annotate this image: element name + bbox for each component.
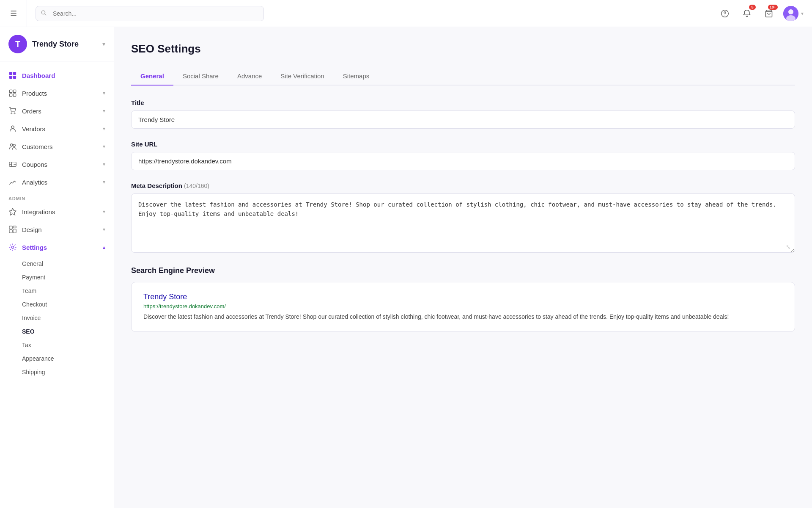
search-bar bbox=[36, 6, 264, 21]
subnav-payment[interactable]: Payment bbox=[22, 271, 114, 284]
coupons-chevron-icon: ▾ bbox=[103, 161, 105, 167]
svg-point-18 bbox=[11, 144, 13, 146]
cart-badge: 10+ bbox=[768, 5, 778, 10]
search-input[interactable] bbox=[36, 6, 264, 21]
subnav-tax[interactable]: Tax bbox=[22, 338, 114, 352]
topbar-actions: 5 10+ ▾ bbox=[717, 6, 804, 21]
analytics-icon bbox=[8, 178, 17, 186]
svg-rect-11 bbox=[9, 90, 12, 92]
vendors-chevron-icon: ▾ bbox=[103, 126, 105, 132]
meta-description-wrap: Discover the latest fashion and accessor… bbox=[131, 193, 795, 254]
analytics-chevron-icon: ▾ bbox=[103, 179, 105, 185]
sidebar-item-label: Coupons bbox=[22, 161, 47, 168]
sidebar-item-label: Analytics bbox=[22, 179, 47, 186]
sidebar-item-label: Design bbox=[22, 226, 42, 233]
svg-point-26 bbox=[11, 246, 14, 248]
svg-point-5 bbox=[788, 9, 793, 14]
site-url-label: Site URL bbox=[131, 141, 795, 148]
subnav-team[interactable]: Team bbox=[22, 284, 114, 298]
subnav-general[interactable]: General bbox=[22, 257, 114, 271]
title-label: Title bbox=[131, 99, 795, 106]
svg-point-2 bbox=[724, 15, 725, 15]
svg-rect-25 bbox=[9, 230, 12, 233]
help-button[interactable] bbox=[717, 6, 732, 21]
svg-point-15 bbox=[11, 113, 12, 114]
sidebar-item-products[interactable]: Products ▾ bbox=[0, 84, 114, 102]
sidebar-item-label: Integrations bbox=[22, 208, 55, 215]
brand-chevron-icon: ▾ bbox=[102, 41, 105, 47]
svg-rect-23 bbox=[13, 226, 16, 228]
search-icon bbox=[41, 10, 47, 17]
products-icon bbox=[8, 89, 17, 97]
preview-site-title[interactable]: Trendy Store bbox=[143, 293, 783, 301]
sidebar-item-label: Dashboard bbox=[22, 72, 55, 79]
sidebar-item-integrations[interactable]: Integrations ▾ bbox=[0, 203, 114, 221]
subnav-seo[interactable]: SEO bbox=[22, 325, 114, 338]
svg-rect-7 bbox=[9, 72, 12, 75]
integrations-chevron-icon: ▾ bbox=[103, 209, 105, 215]
sidebar-item-customers[interactable]: Customers ▾ bbox=[0, 138, 114, 155]
settings-subnav: General Payment Team Checkout Invoice SE… bbox=[0, 256, 114, 380]
sidebar-item-orders[interactable]: Orders ▾ bbox=[0, 102, 114, 120]
orders-chevron-icon: ▾ bbox=[103, 108, 105, 114]
page-title: SEO Settings bbox=[131, 42, 795, 55]
svg-point-17 bbox=[11, 126, 14, 128]
sidebar-item-analytics[interactable]: Analytics ▾ bbox=[0, 173, 114, 191]
sidebar-item-label: Products bbox=[22, 90, 47, 97]
preview-title: Search Engine Preview bbox=[131, 266, 795, 275]
cart-button[interactable]: 10+ bbox=[761, 6, 776, 21]
design-chevron-icon: ▾ bbox=[103, 226, 105, 232]
svg-rect-8 bbox=[13, 72, 16, 75]
subnav-appearance[interactable]: Appearance bbox=[22, 352, 114, 365]
subnav-invoice[interactable]: Invoice bbox=[22, 311, 114, 325]
title-section: Title bbox=[131, 99, 795, 129]
char-count: (140/160) bbox=[184, 182, 209, 189]
sidebar-item-label: Vendors bbox=[22, 125, 45, 133]
svg-rect-14 bbox=[13, 94, 16, 96]
tab-sitemaps[interactable]: Sitemaps bbox=[334, 67, 379, 86]
main-content: SEO Settings General Social Share Advanc… bbox=[114, 27, 812, 508]
integrations-icon bbox=[8, 207, 17, 216]
svg-rect-13 bbox=[9, 94, 12, 96]
menu-button[interactable]: ☰ bbox=[0, 0, 27, 27]
sidebar-item-design[interactable]: Design ▾ bbox=[0, 221, 114, 238]
settings-icon bbox=[8, 243, 17, 251]
resize-icon: ⤡ bbox=[786, 243, 791, 250]
customers-chevron-icon: ▾ bbox=[103, 144, 105, 149]
svg-point-16 bbox=[14, 113, 15, 114]
vendors-icon bbox=[8, 124, 17, 133]
user-menu[interactable]: ▾ bbox=[783, 6, 804, 21]
products-chevron-icon: ▾ bbox=[103, 90, 105, 96]
notifications-button[interactable]: 5 bbox=[739, 6, 754, 21]
sidebar-brand[interactable]: T Trendy Store ▾ bbox=[0, 27, 114, 61]
sidebar-item-vendors[interactable]: Vendors ▾ bbox=[0, 120, 114, 138]
admin-section-label: Admin bbox=[0, 191, 114, 203]
tab-advance[interactable]: Advance bbox=[228, 67, 271, 86]
title-input[interactable] bbox=[131, 110, 795, 129]
meta-description-section: Meta Description (140/160) Discover the … bbox=[131, 182, 795, 254]
svg-rect-22 bbox=[9, 226, 12, 229]
orders-icon bbox=[8, 107, 17, 115]
svg-marker-21 bbox=[9, 208, 16, 215]
subnav-checkout[interactable]: Checkout bbox=[22, 298, 114, 311]
meta-description-input[interactable]: Discover the latest fashion and accessor… bbox=[131, 193, 795, 253]
svg-rect-10 bbox=[13, 76, 16, 79]
design-icon bbox=[8, 225, 17, 234]
sidebar-item-dashboard[interactable]: Dashboard bbox=[0, 66, 114, 84]
svg-rect-12 bbox=[13, 90, 16, 92]
hamburger-icon: ☰ bbox=[10, 9, 17, 18]
sidebar-item-settings[interactable]: Settings ▴ bbox=[0, 238, 114, 256]
meta-description-label: Meta Description (140/160) bbox=[131, 182, 795, 189]
subnav-shipping[interactable]: Shipping bbox=[22, 365, 114, 379]
sidebar-item-label: Customers bbox=[22, 143, 53, 150]
tab-site-verification[interactable]: Site Verification bbox=[271, 67, 333, 86]
sidebar-item-coupons[interactable]: Coupons ▾ bbox=[0, 155, 114, 173]
tab-social-share[interactable]: Social Share bbox=[173, 67, 228, 86]
brand-avatar: T bbox=[8, 35, 27, 53]
tab-general[interactable]: General bbox=[131, 67, 173, 86]
dashboard-icon bbox=[8, 71, 17, 80]
site-url-input[interactable] bbox=[131, 152, 795, 170]
sidebar-nav: Dashboard Products ▾ Orders ▾ bbox=[0, 61, 114, 385]
sidebar-item-label: Orders bbox=[22, 108, 41, 115]
svg-rect-9 bbox=[9, 76, 12, 79]
